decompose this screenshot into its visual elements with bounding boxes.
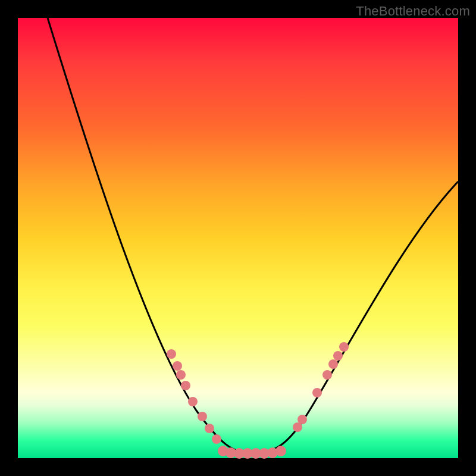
data-point [181,381,190,390]
data-point [328,359,338,369]
data-point [275,446,286,456]
data-points-group [167,342,349,459]
data-point [312,388,322,397]
watermark-text: TheBottleneck.com [356,4,470,19]
data-point [333,351,343,361]
chart-svg [18,18,458,458]
data-point [167,349,176,359]
chart-frame: TheBottleneck.com [0,0,476,476]
bottleneck-curve [48,18,458,453]
data-point [322,370,332,380]
data-point [212,434,221,444]
data-point [205,424,214,433]
data-point [339,342,349,352]
data-point [176,370,186,380]
data-point [173,361,182,371]
data-point [198,412,207,421]
plot-area [18,18,458,458]
data-point [188,397,198,406]
data-point [298,415,307,424]
